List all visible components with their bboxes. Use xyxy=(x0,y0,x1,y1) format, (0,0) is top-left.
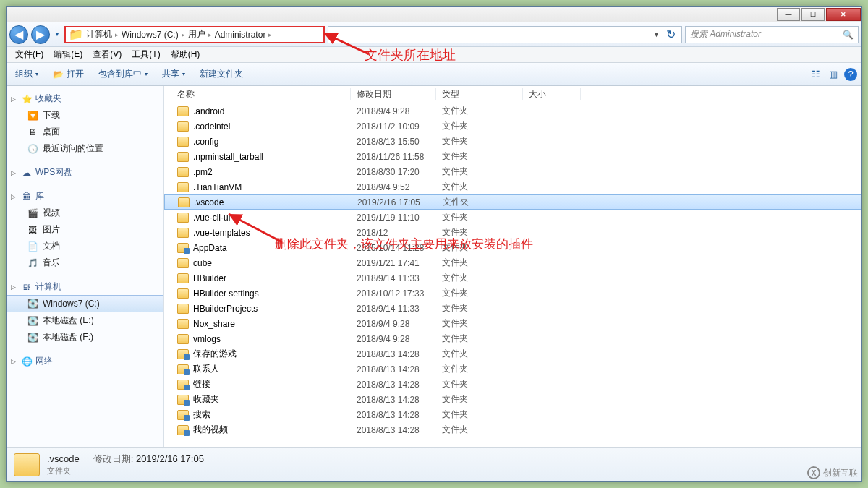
column-header: 名称 修改日期 类型 大小 xyxy=(164,86,861,103)
file-name: .npminstall_tarball xyxy=(193,152,263,162)
file-name: Nox_share xyxy=(193,319,235,329)
file-row[interactable]: .npminstall_tarball2018/11/26 11:58文件夹 xyxy=(164,149,861,164)
file-pane: 名称 修改日期 类型 大小 .android2018/9/4 9:28文件夹.c… xyxy=(164,86,861,447)
sidebar-network[interactable]: ▷🌐网络 xyxy=(7,353,163,369)
file-row[interactable]: .config2018/8/13 15:50文件夹 xyxy=(164,134,861,149)
file-type: 文件夹 xyxy=(436,302,523,314)
file-date: 2018/8/13 14:28 xyxy=(351,364,436,374)
file-date: 2018/9/4 9:28 xyxy=(351,106,436,116)
menu-tools[interactable]: 工具(T) xyxy=(127,47,164,62)
folder-icon xyxy=(177,258,189,268)
sidebar-item-music[interactable]: 🎵音乐 xyxy=(7,254,163,271)
sidebar-wps[interactable]: ▷☁WPS网盘 xyxy=(7,164,163,181)
include-button[interactable]: 包含到库中▾ xyxy=(94,66,152,82)
menu-view[interactable]: 查看(V) xyxy=(88,47,126,62)
nav-back-button[interactable]: ◀ xyxy=(9,25,28,44)
menu-file[interactable]: 文件(F) xyxy=(11,47,48,62)
breadcrumb-item[interactable]: Windows7 (C:) xyxy=(122,30,179,40)
organize-button[interactable]: 组织▾ xyxy=(11,66,43,82)
folder-icon xyxy=(178,197,190,207)
file-row[interactable]: .TianTianVM2018/9/4 9:52文件夹 xyxy=(164,179,861,194)
file-row[interactable]: HBuilder2018/9/14 11:33文件夹 xyxy=(164,270,861,286)
sidebar-item-desktop[interactable]: 🖥桌面 xyxy=(7,124,163,140)
share-button[interactable]: 共享▾ xyxy=(158,66,190,82)
newfolder-button[interactable]: 新建文件夹 xyxy=(195,66,247,82)
file-row[interactable]: 保存的游戏2018/8/13 14:28文件夹 xyxy=(164,346,861,361)
computer-icon: 🖳 xyxy=(21,281,33,293)
search-input[interactable]: 搜索 Administrator 🔍 xyxy=(685,26,859,43)
file-row[interactable]: vmlogs2018/9/4 9:28文件夹 xyxy=(164,331,861,346)
file-date: 2018/8/13 14:28 xyxy=(351,410,436,420)
file-list[interactable]: .android2018/9/4 9:28文件夹.codeintel2018/1… xyxy=(164,103,861,447)
file-type: 文件夹 xyxy=(436,287,523,299)
file-row[interactable]: cube2019/1/21 17:41文件夹 xyxy=(164,255,861,270)
nav-forward-button[interactable]: ▶ xyxy=(31,25,50,44)
file-name: 我的视频 xyxy=(193,424,228,436)
sidebar-item-pictures[interactable]: 🖼图片 xyxy=(7,221,163,238)
view-mode-button[interactable]: ☷ xyxy=(809,68,822,81)
refresh-button[interactable]: ↻ xyxy=(663,27,678,42)
sidebar-item-drive-f[interactable]: 💽本地磁盘 (F:) xyxy=(7,329,163,346)
breadcrumb-sep: ▸ xyxy=(268,31,272,38)
file-row[interactable]: 收藏夹2018/8/13 14:28文件夹 xyxy=(164,392,861,407)
file-row[interactable]: HBuilder settings2018/10/12 17:33文件夹 xyxy=(164,286,861,301)
sidebar-item-recent[interactable]: 🕔最近访问的位置 xyxy=(7,140,163,157)
file-row[interactable]: 联系人2018/8/13 14:28文件夹 xyxy=(164,361,861,377)
file-row[interactable]: Nox_share2018/9/4 9:28文件夹 xyxy=(164,316,861,331)
breadcrumb-item[interactable]: 用户 xyxy=(188,28,205,40)
sidebar-computer[interactable]: ▷🖳计算机 xyxy=(7,278,163,295)
col-date[interactable]: 修改日期 xyxy=(351,88,436,100)
sidebar-item-drive-c[interactable]: 💽Windows7 (C:) xyxy=(7,295,163,312)
sidebar-favorites[interactable]: ▷⭐收藏夹 xyxy=(7,90,163,107)
col-name[interactable]: 名称 xyxy=(171,88,351,100)
address-dropdown[interactable]: ▼ xyxy=(650,31,663,38)
sidebar-item-videos[interactable]: 🎬视频 xyxy=(7,205,163,221)
open-button[interactable]: 📂打开 xyxy=(48,66,88,82)
nav-history-dropdown[interactable]: ▼ xyxy=(53,25,61,44)
details-meta-label: 修改日期: xyxy=(93,453,134,464)
breadcrumb-item[interactable]: Administrator xyxy=(215,30,266,40)
breadcrumb-item[interactable]: 计算机 xyxy=(86,28,112,40)
file-row[interactable]: .codeintel2018/11/2 10:09文件夹 xyxy=(164,119,861,134)
cloud-icon: ☁ xyxy=(21,167,33,179)
file-type: 文件夹 xyxy=(436,424,523,436)
preview-pane-button[interactable]: ▥ xyxy=(827,68,840,81)
folder-icon xyxy=(177,349,189,359)
file-date: 2018/9/14 11:33 xyxy=(351,273,436,283)
file-row[interactable]: AppData2015/10/14 11:28文件夹 xyxy=(164,240,861,255)
file-name: AppData xyxy=(193,243,227,253)
sidebar-item-downloads[interactable]: 🔽下载 xyxy=(7,107,163,124)
search-icon[interactable]: 🔍 xyxy=(843,30,854,40)
sidebar-libraries[interactable]: ▷🏛库 xyxy=(7,188,163,205)
file-row[interactable]: .pm22018/8/30 17:20文件夹 xyxy=(164,164,861,179)
file-row[interactable]: .vue-templates2018/12文件夹 xyxy=(164,225,861,240)
folder-icon xyxy=(177,273,189,283)
menu-help[interactable]: 帮助(H) xyxy=(166,47,205,62)
file-date: 2018/8/13 14:28 xyxy=(351,349,436,359)
col-type[interactable]: 类型 xyxy=(436,88,523,100)
open-icon: 📂 xyxy=(53,69,64,80)
col-size[interactable]: 大小 xyxy=(523,88,581,100)
file-row[interactable]: .vscode2019/2/16 17:05文件夹 xyxy=(164,194,861,210)
file-row[interactable]: 我的视频2018/8/13 14:28文件夹 xyxy=(164,422,861,437)
file-name: .vue-cli-ui xyxy=(193,213,230,223)
menu-edit[interactable]: 编辑(E) xyxy=(49,47,87,62)
maximize-button[interactable]: ☐ xyxy=(801,8,825,21)
close-button[interactable]: ✕ xyxy=(826,8,861,21)
address-bar[interactable]: 📁 计算机▸ Windows7 (C:)▸ 用户▸ Administrator▸ xyxy=(64,26,325,43)
file-date: 2018/11/2 10:09 xyxy=(351,121,436,132)
file-row[interactable]: HBuilderProjects2018/9/14 11:33文件夹 xyxy=(164,301,861,316)
file-date: 2018/12 xyxy=(351,228,436,238)
address-bar-rest: ▼ ↻ xyxy=(328,26,682,43)
minimize-button[interactable]: — xyxy=(777,8,800,21)
file-row[interactable]: .vue-cli-ui2019/1/19 11:10文件夹 xyxy=(164,210,861,225)
sidebar-item-drive-e[interactable]: 💽本地磁盘 (E:) xyxy=(7,312,163,329)
file-type: 文件夹 xyxy=(436,257,523,269)
file-row[interactable]: .android2018/9/4 9:28文件夹 xyxy=(164,103,861,119)
sidebar-item-documents[interactable]: 📄文档 xyxy=(7,238,163,254)
help-button[interactable]: ? xyxy=(844,68,857,81)
file-row[interactable]: 链接2018/8/13 14:28文件夹 xyxy=(164,377,861,392)
file-name: .vscode xyxy=(194,197,224,207)
network-icon: 🌐 xyxy=(21,356,33,367)
file-row[interactable]: 搜索2018/8/13 14:28文件夹 xyxy=(164,407,861,422)
